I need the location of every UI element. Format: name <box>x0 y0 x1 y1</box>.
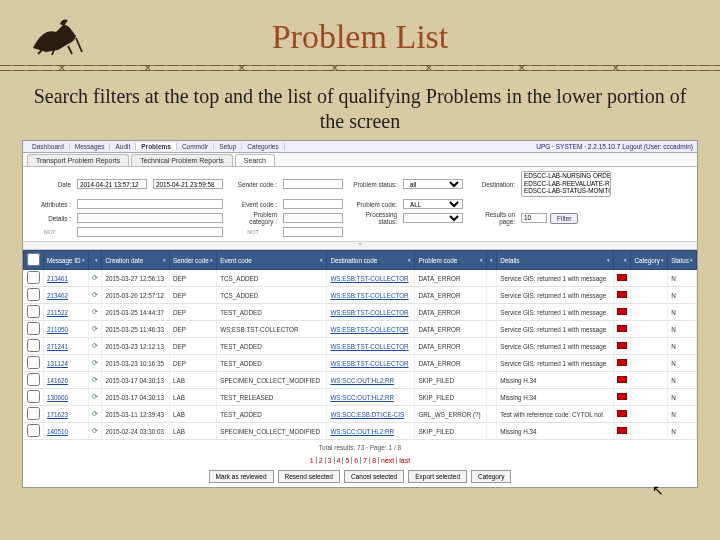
problem-category-input[interactable] <box>283 213 343 223</box>
row-checkbox[interactable] <box>27 390 40 403</box>
action-export-selected[interactable]: Export selected <box>408 470 467 483</box>
problem-code-select[interactable]: ALL <box>403 199 463 209</box>
destination-link[interactable]: WS:SCC:OUT:HL2:RR <box>330 377 394 384</box>
destination-link[interactable]: WS:ESB:TST-COLLECTOR <box>330 360 408 367</box>
sender-not-input[interactable] <box>283 227 343 237</box>
col-Event code[interactable]: Event code▾ <box>217 251 327 270</box>
sender-input[interactable] <box>283 179 343 189</box>
refresh-icon[interactable]: ⟳ <box>92 308 98 315</box>
message-id-link[interactable]: 130600 <box>47 394 68 401</box>
event-input[interactable] <box>283 199 343 209</box>
row-checkbox[interactable] <box>27 305 40 318</box>
message-id-link[interactable]: 171623 <box>47 411 68 418</box>
details-input[interactable] <box>77 213 223 223</box>
nav-tab-setup[interactable]: Setup <box>214 143 242 150</box>
nav-tab-messages[interactable]: Messages <box>70 143 111 150</box>
page-6[interactable]: 6 <box>352 457 361 464</box>
action-category[interactable]: Category <box>471 470 511 483</box>
destination-link[interactable]: WS:ESB:TST-COLLECTOR <box>330 309 408 316</box>
page-next[interactable]: next <box>379 457 397 464</box>
row-checkbox[interactable] <box>27 424 40 437</box>
cell-sender: DEP <box>170 287 217 304</box>
row-checkbox[interactable] <box>27 373 40 386</box>
col-10[interactable]: ▾ <box>613 251 631 270</box>
destination-link[interactable]: WS:SCC:ESB:DT:ICE-CIS <box>330 411 404 418</box>
nav-tab-commdir[interactable]: Commdir <box>177 143 214 150</box>
date-to-input[interactable] <box>153 179 223 189</box>
page-last[interactable]: last <box>397 457 412 464</box>
col-Creation date[interactable]: Creation date▾ <box>102 251 170 270</box>
refresh-icon[interactable]: ⟳ <box>92 393 98 400</box>
subtab-transport-problem-reports[interactable]: Transport Problem Reports <box>27 154 129 166</box>
destination-link[interactable]: WS:ESB:TST-COLLECTOR <box>330 275 408 282</box>
refresh-icon[interactable]: ⟳ <box>92 325 98 332</box>
nav-tab-problems[interactable]: Problems <box>136 143 177 150</box>
nav-tab-audit[interactable]: Audit <box>110 143 136 150</box>
col-2[interactable]: ▾ <box>89 251 102 270</box>
subtab-technical-problem-reports[interactable]: Technical Problem Reports <box>131 154 233 166</box>
col-8[interactable]: ▾ <box>486 251 496 270</box>
col-Problem code[interactable]: Problem code▾ <box>415 251 487 270</box>
refresh-icon[interactable]: ⟳ <box>92 410 98 417</box>
refresh-icon[interactable]: ⟳ <box>92 427 98 434</box>
message-id-link[interactable]: 271241 <box>47 343 68 350</box>
refresh-icon[interactable]: ⟳ <box>92 342 98 349</box>
col-Details[interactable]: Details▾ <box>497 251 614 270</box>
message-id-link[interactable]: 131124 <box>47 360 68 367</box>
destination-list[interactable]: EDSCC-LAB-NURSING ORDER ENTRYEDSCC-LAB-R… <box>521 171 611 197</box>
message-id-link[interactable]: 141626 <box>47 377 68 384</box>
page-1[interactable]: 1 <box>308 457 317 464</box>
message-id-link[interactable]: 213461 <box>47 275 68 282</box>
row-checkbox[interactable] <box>27 271 40 284</box>
refresh-icon[interactable]: ⟳ <box>92 291 98 298</box>
destination-link[interactable]: WS:ESB:TST-COLLECTOR <box>330 326 408 333</box>
problem-status-select[interactable]: all <box>403 179 463 189</box>
message-id-link[interactable]: 211050 <box>47 326 68 333</box>
destination-link[interactable]: WS:ESB:TST-COLLECTOR <box>330 343 408 350</box>
row-checkbox[interactable] <box>27 339 40 352</box>
cell-status: N <box>668 304 697 321</box>
action-resend-selected[interactable]: Resend selected <box>278 470 340 483</box>
processing-status-select[interactable] <box>403 213 463 223</box>
col-Message ID[interactable]: Message ID▾ <box>44 251 89 270</box>
destination-link[interactable]: WS:ESB:TST-COLLECTOR <box>330 292 408 299</box>
collapse-handle[interactable]: ⌃ <box>23 242 697 250</box>
action-mark-as-reviewed[interactable]: Mark as reviewed <box>209 470 274 483</box>
date-from-input[interactable] <box>77 179 147 189</box>
col-Category[interactable]: Category▾ <box>631 251 668 270</box>
page-7[interactable]: 7 <box>361 457 370 464</box>
refresh-icon[interactable]: ⟳ <box>92 274 98 281</box>
row-checkbox[interactable] <box>27 407 40 420</box>
subtab-search[interactable]: Search <box>235 154 275 166</box>
attributes-not-input[interactable] <box>77 227 223 237</box>
refresh-icon[interactable]: ⟳ <box>92 359 98 366</box>
page-3[interactable]: 3 <box>326 457 335 464</box>
row-checkbox[interactable] <box>27 288 40 301</box>
col-Sender code[interactable]: Sender code▾ <box>170 251 217 270</box>
col-Destination code[interactable]: Destination code▾ <box>327 251 415 270</box>
action-cancel-selected[interactable]: Cancel selected <box>344 470 404 483</box>
cell-event: TEST_RELEASED <box>217 389 327 406</box>
message-id-link[interactable]: 211522 <box>47 309 68 316</box>
message-id-link[interactable]: 213462 <box>47 292 68 299</box>
page-2[interactable]: 2 <box>317 457 326 464</box>
filter-button[interactable]: Filter <box>550 213 578 224</box>
row-checkbox[interactable] <box>27 322 40 335</box>
refresh-icon[interactable]: ⟳ <box>92 376 98 383</box>
user-info[interactable]: UPG · SYSTEM · 2.2.15.10.7 Logout (User:… <box>536 143 693 150</box>
col-0[interactable] <box>24 251 44 270</box>
row-checkbox[interactable] <box>27 356 40 369</box>
results-on-page-input[interactable] <box>521 213 547 223</box>
page-8[interactable]: 8 <box>370 457 379 464</box>
select-all-checkbox[interactable] <box>27 253 40 266</box>
page-5[interactable]: 5 <box>343 457 352 464</box>
destination-link[interactable]: WS:SCC:OUT:HL2:RR <box>330 394 394 401</box>
col-Status[interactable]: Status▾ <box>668 251 697 270</box>
attributes-input[interactable] <box>77 199 223 209</box>
cell-details: Service GIS: returned 1 with message <box>497 355 614 372</box>
date-label: Date <box>29 181 71 188</box>
nav-tab-dashboard[interactable]: Dashboard <box>27 143 70 150</box>
nav-tab-categories[interactable]: Categories <box>242 143 284 150</box>
message-id-link[interactable]: 140510 <box>47 428 68 435</box>
destination-link[interactable]: WS:SCC:OUT:HL2:RR <box>330 428 394 435</box>
